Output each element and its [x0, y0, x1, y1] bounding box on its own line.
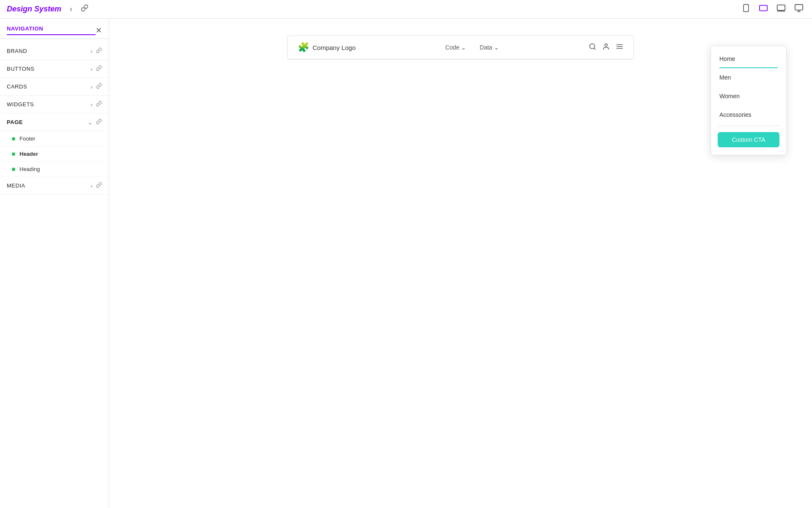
top-bar-left: Design System ‹ — [7, 3, 90, 16]
search-icon[interactable] — [589, 43, 596, 52]
preview-area: 🧩 Company Logo Code ⌄ Data ⌄ — [109, 19, 812, 77]
sidebar-cards-actions: › — [91, 83, 102, 90]
sidebar-divider — [0, 39, 109, 39]
sidebar-subitem-footer[interactable]: Footer — [0, 131, 109, 146]
sidebar: NAVIGATION ✕ BRAND › BUTTONS › CARDS › — [0, 19, 109, 508]
status-dot-header — [12, 152, 15, 156]
nav-link-code-label: Code — [445, 44, 459, 51]
link-button[interactable] — [79, 3, 90, 16]
dropdown-arrow-icon: ⌄ — [494, 44, 499, 51]
sidebar-item-buttons-label: BUTTONS — [7, 66, 35, 72]
sidebar-close-button[interactable]: ✕ — [96, 26, 102, 35]
device-tablet-portrait[interactable] — [740, 2, 752, 16]
svg-rect-4 — [777, 5, 785, 11]
sidebar-item-brand-label: BRAND — [7, 48, 27, 54]
sidebar-subitem-heading[interactable]: Heading — [0, 162, 109, 177]
top-bar-right — [740, 2, 805, 17]
nav-preview: 🧩 Company Logo Code ⌄ Data ⌄ — [287, 36, 634, 60]
svg-rect-6 — [795, 5, 803, 10]
sidebar-brand-actions: › — [91, 47, 102, 55]
subitem-header-label: Header — [19, 151, 38, 157]
subitem-heading-label: Heading — [19, 166, 40, 172]
sidebar-item-cards-label: CARDS — [7, 83, 27, 90]
main-content: 🧩 Company Logo Code ⌄ Data ⌄ — [109, 19, 812, 508]
device-desktop[interactable] — [793, 2, 805, 17]
dropdown-item-women[interactable]: Women — [711, 87, 786, 105]
nav-link-data[interactable]: Data ⌄ — [480, 44, 499, 51]
chevron-right-icon: › — [91, 101, 93, 108]
svg-line-10 — [594, 48, 595, 49]
sidebar-item-media-label: MEDIA — [7, 182, 25, 189]
device-tablet-landscape[interactable] — [757, 2, 770, 17]
dropdown-menu: Home Men Women Accessories Custom CTA — [710, 46, 787, 155]
chevron-down-icon: ⌄ — [88, 119, 93, 126]
app-title: Design System — [7, 5, 61, 14]
sidebar-item-page[interactable]: PAGE ⌄ — [0, 113, 109, 131]
svg-rect-2 — [760, 6, 767, 11]
link-icon — [96, 101, 102, 108]
back-button[interactable]: ‹ — [68, 3, 74, 15]
link-icon — [96, 119, 102, 126]
logo-puzzle-icon: 🧩 — [298, 42, 309, 53]
sidebar-item-widgets[interactable]: WIDGETS › — [0, 96, 109, 113]
status-dot-heading — [12, 168, 15, 171]
sidebar-page-subitems: Footer Header Heading — [0, 131, 109, 177]
status-dot-footer — [12, 137, 15, 141]
dropdown-item-accessories[interactable]: Accessories — [711, 105, 786, 124]
link-icon — [96, 83, 102, 90]
device-laptop[interactable] — [775, 2, 787, 17]
nav-link-data-label: Data — [480, 44, 492, 51]
dropdown-item-men[interactable]: Men — [711, 68, 786, 87]
chevron-right-icon: › — [91, 48, 93, 55]
sidebar-item-cards[interactable]: CARDS › — [0, 78, 109, 96]
nav-links: Code ⌄ Data ⌄ — [445, 44, 499, 51]
dropdown-divider — [718, 126, 779, 126]
svg-point-11 — [605, 44, 607, 46]
chevron-right-icon: › — [91, 83, 93, 90]
svg-rect-0 — [743, 5, 749, 12]
sidebar-buttons-actions: › — [91, 65, 102, 72]
nav-preview-bar: 🧩 Company Logo Code ⌄ Data ⌄ — [288, 36, 634, 59]
sidebar-item-media[interactable]: MEDIA › — [0, 177, 109, 195]
dropdown-arrow-icon: ⌄ — [461, 44, 466, 51]
sidebar-title: NAVIGATION — [7, 25, 96, 35]
sidebar-item-buttons[interactable]: BUTTONS › — [0, 60, 109, 78]
nav-icons — [589, 43, 623, 52]
nav-logo: 🧩 Company Logo — [298, 42, 356, 53]
menu-icon[interactable] — [616, 43, 623, 52]
nav-link-code[interactable]: Code ⌄ — [445, 44, 466, 51]
sidebar-widgets-actions: › — [91, 101, 102, 108]
link-icon — [96, 47, 102, 55]
sidebar-item-brand[interactable]: BRAND › — [0, 42, 109, 60]
chevron-right-icon: › — [91, 182, 93, 189]
sidebar-header: NAVIGATION ✕ — [0, 19, 109, 35]
user-icon[interactable] — [602, 43, 610, 52]
dropdown-item-home[interactable]: Home — [711, 50, 786, 68]
top-bar-nav: ‹ — [68, 3, 90, 16]
link-icon — [96, 65, 102, 72]
chevron-right-icon: › — [91, 66, 93, 72]
sidebar-media-actions: › — [91, 182, 102, 189]
nav-logo-text: Company Logo — [313, 44, 356, 51]
link-icon — [96, 182, 102, 189]
sidebar-subitem-header[interactable]: Header — [0, 146, 109, 162]
sidebar-page-actions: ⌄ — [88, 119, 102, 126]
top-bar: Design System ‹ — [0, 0, 812, 19]
sidebar-item-page-label: PAGE — [7, 119, 23, 125]
sidebar-item-widgets-label: WIDGETS — [7, 101, 34, 108]
subitem-footer-label: Footer — [19, 135, 36, 142]
dropdown-cta-button[interactable]: Custom CTA — [718, 132, 779, 147]
